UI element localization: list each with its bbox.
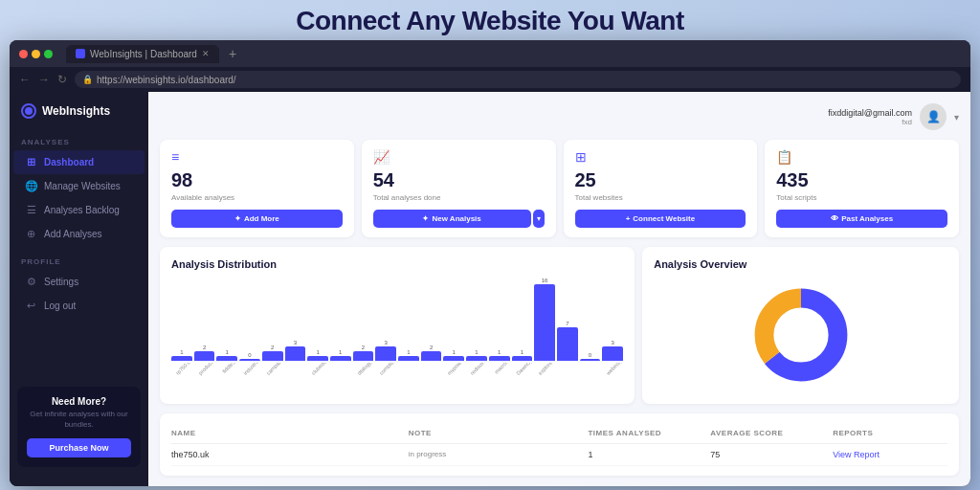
tab-favicon <box>76 49 85 58</box>
sidebar-item-add-analyses[interactable]: ⊕ Add Analyses <box>13 222 145 246</box>
refresh-button[interactable]: ↻ <box>57 73 67 86</box>
connect-website-button[interactable]: + Connect Website <box>575 210 746 228</box>
window-controls <box>19 50 53 58</box>
analysis-overview-card: Analysis Overview <box>642 247 959 404</box>
bar-column: 1 <box>489 349 510 361</box>
new-tab-button[interactable]: + <box>225 46 240 61</box>
purchase-now-button[interactable]: Purchase Now <box>27 438 131 457</box>
col-name: NAME <box>171 429 401 437</box>
browser-window: WebInsights | Dashboard ✕ + ← → ↻ 🔒 http… <box>10 40 970 486</box>
stat-card-total-analyses-done: 📈 54 Total analyses done ✦ New Analysis … <box>362 140 556 237</box>
bar-value: 7 <box>566 321 568 326</box>
bar-rect <box>512 356 533 361</box>
upsell-title: Need More? <box>27 396 131 407</box>
sidebar-item-label: Log out <box>44 301 76 311</box>
bar-value: 2 <box>203 345 206 350</box>
stat-value-total-websites: 25 <box>575 170 746 189</box>
bar-value: 1 <box>453 349 456 355</box>
bar-column: 1 <box>466 349 487 361</box>
bar-rect <box>262 351 283 361</box>
bar-column: 2 <box>353 345 374 361</box>
forward-button[interactable]: → <box>38 73 50 86</box>
bar-rect <box>375 346 396 361</box>
tab-title: WebInsights | Dashboard <box>90 49 197 59</box>
stat-label-available-analyses: Available analyses <box>171 193 343 202</box>
bar-column: 7 <box>557 321 578 361</box>
chevron-down-icon[interactable]: ▾ <box>954 112 959 122</box>
col-avg-score: AVERAGE SCORE <box>710 429 825 437</box>
profile-section-label: PROFILE <box>10 252 148 270</box>
bar-rect <box>330 356 351 361</box>
stat-card-available-analyses: ≡ 98 Available analyses ✦ Add More <box>160 140 354 237</box>
app-header: fixddigital@gmail.com fxd 👤 ▾ <box>160 103 959 130</box>
bar-value: 1 <box>521 349 523 355</box>
stat-label-total-scripts: Total scripts <box>776 193 947 202</box>
donut-area <box>654 278 947 392</box>
bar-column: 3 <box>285 340 306 361</box>
bar-value: 16 <box>542 278 548 283</box>
bar-rect <box>239 359 260 361</box>
url-bar[interactable]: 🔒 https://webinsights.io/dashboard/ <box>75 71 961 88</box>
sidebar-item-manage-websites[interactable]: 🌐 Manage Websites <box>13 174 145 198</box>
stats-row: ≡ 98 Available analyses ✦ Add More 📈 54 … <box>160 140 959 237</box>
stat-value-total-scripts: 435 <box>776 170 947 189</box>
analysis-distribution-title: Analysis Distribution <box>171 258 623 270</box>
bar-rect <box>353 351 374 361</box>
bar-x-label: complian... <box>379 363 398 376</box>
bar-x-label: macro... <box>492 363 511 376</box>
new-analysis-icon: ✦ <box>422 214 429 223</box>
view-report-link[interactable]: View Report <box>833 450 947 459</box>
bar-value: 1 <box>316 349 319 355</box>
sidebar-item-dashboard[interactable]: ⊞ Dashboard <box>13 150 145 174</box>
url-text: https://webinsights.io/dashboard/ <box>97 75 236 85</box>
bar-value: 1 <box>407 349 410 355</box>
bar-rect <box>489 356 510 361</box>
avatar[interactable]: 👤 <box>920 103 947 130</box>
bar-value: 2 <box>271 345 274 350</box>
bar-column: 1 <box>171 349 192 361</box>
brand-icon <box>21 103 36 119</box>
past-analyses-button[interactable]: 👁 Past Analyses <box>776 210 947 228</box>
bar-x-label: fiddle.ai <box>220 363 239 376</box>
bar-rect <box>580 359 601 361</box>
sidebar-item-analyses-backlog[interactable]: ☰ Analyses Backlog <box>13 198 145 222</box>
bar-value: 0 <box>248 352 251 358</box>
bar-x-label: webinsig... <box>606 363 624 376</box>
bar-x-label: explore... <box>537 363 556 376</box>
cell-avg-score: 75 <box>710 450 825 459</box>
charts-row: Analysis Distribution 121023112312111116… <box>160 247 959 404</box>
sidebar-item-logout[interactable]: ↩ Log out <box>13 294 145 318</box>
col-reports: REPORTS <box>833 429 947 437</box>
stat-icon-analyses-done: 📈 <box>373 149 545 165</box>
tab-close-icon[interactable]: ✕ <box>202 49 210 58</box>
table-row: the750.uk in progress 1 75 View Report <box>171 444 947 466</box>
bar-column: 0 <box>580 352 601 361</box>
user-name: fxd <box>828 118 912 126</box>
bar-rect <box>307 356 328 361</box>
bar-column: 2 <box>194 345 215 361</box>
sidebar-upsell: Need More? Get infinite analyses with ou… <box>10 379 148 475</box>
stat-label-total-analyses-done: Total analyses done <box>373 193 545 202</box>
minimize-button[interactable] <box>32 50 40 58</box>
back-button[interactable]: ← <box>19 73 31 86</box>
table-header: NAME NOTE TIMES ANALYSED AVERAGE SCORE R… <box>171 423 947 444</box>
lock-icon: 🔒 <box>82 75 93 84</box>
bar-value: 1 <box>475 349 478 355</box>
new-analysis-dropdown[interactable]: ▾ <box>533 210 545 228</box>
close-button[interactable] <box>19 50 28 58</box>
active-tab[interactable]: WebInsights | Dashboard ✕ <box>66 45 219 63</box>
add-more-button[interactable]: ✦ Add More <box>171 210 343 228</box>
past-analyses-icon: 👁 <box>831 214 838 223</box>
bar-rect <box>421 351 442 361</box>
bar-column: 3 <box>602 340 623 361</box>
sidebar-item-settings[interactable]: ⚙ Settings <box>13 270 145 294</box>
bar-value: 1 <box>226 349 229 355</box>
user-email: fixddigital@gmail.com <box>828 108 912 118</box>
bar-rect <box>398 356 419 361</box>
new-analysis-button[interactable]: ✦ New Analysis <box>373 210 531 228</box>
bar-rect <box>466 356 487 361</box>
page-headline: Connect Any Website You Want <box>0 0 980 42</box>
bar-column: 16 <box>534 278 555 361</box>
maximize-button[interactable] <box>44 50 53 58</box>
cell-times-analysed: 1 <box>588 450 702 459</box>
